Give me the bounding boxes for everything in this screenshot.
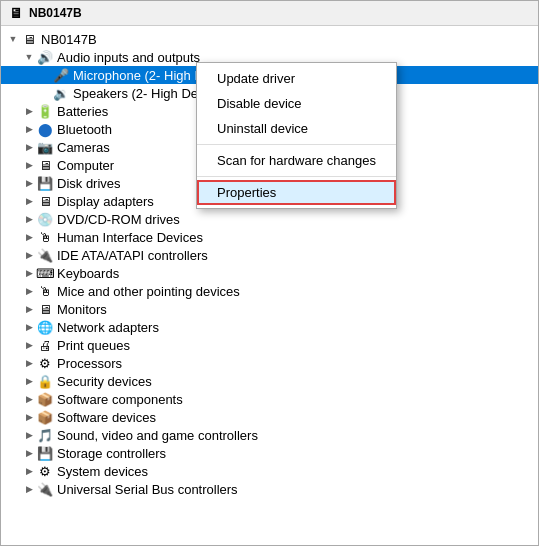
tree-item-mice[interactable]: 🖱 Mice and other pointing devices — [1, 282, 538, 300]
disk-icon: 💾 — [37, 175, 53, 191]
tree-item-hid[interactable]: 🖱 Human Interface Devices — [1, 228, 538, 246]
display-expander[interactable] — [21, 193, 37, 209]
display-icon: 🖥 — [37, 193, 53, 209]
computer-label: Computer — [57, 158, 114, 173]
sound-expander[interactable] — [21, 427, 37, 443]
tree-item-keyboards[interactable]: ⌨ Keyboards — [1, 264, 538, 282]
tree-item-print[interactable]: 🖨 Print queues — [1, 336, 538, 354]
tree-item-processors[interactable]: ⚙ Processors — [1, 354, 538, 372]
batteries-label: Batteries — [57, 104, 108, 119]
cameras-icon: 📷 — [37, 139, 53, 155]
disk-expander[interactable] — [21, 175, 37, 191]
title-bar-icon: 🖥 — [9, 5, 23, 21]
display-label: Display adapters — [57, 194, 154, 209]
computer-icon: 🖥 — [37, 157, 53, 173]
bluetooth-icon: ⬤ — [37, 121, 53, 137]
storage-icon: 💾 — [37, 445, 53, 461]
software-comp-icon: 📦 — [37, 391, 53, 407]
tree-item-security[interactable]: 🔒 Security devices — [1, 372, 538, 390]
storage-label: Storage controllers — [57, 446, 166, 461]
batteries-icon: 🔋 — [37, 103, 53, 119]
device-tree[interactable]: 🖥 NB0147B 🔊 Audio inputs and outputs 🎤 M… — [1, 26, 538, 545]
hid-icon: 🖱 — [37, 229, 53, 245]
mice-icon: 🖱 — [37, 283, 53, 299]
software-dev-expander[interactable] — [21, 409, 37, 425]
usb-expander[interactable] — [21, 481, 37, 497]
context-menu-scan[interactable]: Scan for hardware changes — [197, 148, 396, 173]
tree-item-storage[interactable]: 💾 Storage controllers — [1, 444, 538, 462]
system-label: System devices — [57, 464, 148, 479]
context-menu-uninstall-device[interactable]: Uninstall device — [197, 116, 396, 141]
dvd-label: DVD/CD-ROM drives — [57, 212, 180, 227]
ide-label: IDE ATA/ATAPI controllers — [57, 248, 208, 263]
processors-label: Processors — [57, 356, 122, 371]
hid-label: Human Interface Devices — [57, 230, 203, 245]
sound-icon: 🎵 — [37, 427, 53, 443]
tree-item-software-comp[interactable]: 📦 Software components — [1, 390, 538, 408]
root-expander[interactable] — [5, 31, 21, 47]
bluetooth-expander[interactable] — [21, 121, 37, 137]
security-label: Security devices — [57, 374, 152, 389]
sound-label: Sound, video and game controllers — [57, 428, 258, 443]
audio-icon: 🔊 — [37, 49, 53, 65]
usb-label: Universal Serial Bus controllers — [57, 482, 238, 497]
disk-label: Disk drives — [57, 176, 121, 191]
context-menu-sep1 — [197, 144, 396, 145]
software-dev-label: Software devices — [57, 410, 156, 425]
monitors-label: Monitors — [57, 302, 107, 317]
tree-item-network[interactable]: 🌐 Network adapters — [1, 318, 538, 336]
security-expander[interactable] — [21, 373, 37, 389]
print-label: Print queues — [57, 338, 130, 353]
tree-item-monitors[interactable]: 🖥 Monitors — [1, 300, 538, 318]
context-menu-update-driver[interactable]: Update driver — [197, 66, 396, 91]
cameras-label: Cameras — [57, 140, 110, 155]
dvd-expander[interactable] — [21, 211, 37, 227]
usb-icon: 🔌 — [37, 481, 53, 497]
network-label: Network adapters — [57, 320, 159, 335]
monitors-icon: 🖥 — [37, 301, 53, 317]
audio-label: Audio inputs and outputs — [57, 50, 200, 65]
dvd-icon: 💿 — [37, 211, 53, 227]
tree-item-sound[interactable]: 🎵 Sound, video and game controllers — [1, 426, 538, 444]
system-icon: ⚙ — [37, 463, 53, 479]
software-dev-icon: 📦 — [37, 409, 53, 425]
tree-item-software-dev[interactable]: 📦 Software devices — [1, 408, 538, 426]
processors-icon: ⚙ — [37, 355, 53, 371]
audio-expander[interactable] — [21, 49, 37, 65]
software-comp-label: Software components — [57, 392, 183, 407]
computer-expander[interactable] — [21, 157, 37, 173]
monitors-expander[interactable] — [21, 301, 37, 317]
mice-expander[interactable] — [21, 283, 37, 299]
system-expander[interactable] — [21, 463, 37, 479]
cameras-expander[interactable] — [21, 139, 37, 155]
tree-item-dvd[interactable]: 💿 DVD/CD-ROM drives — [1, 210, 538, 228]
context-menu-properties[interactable]: Properties — [197, 180, 396, 205]
processors-expander[interactable] — [21, 355, 37, 371]
tree-root[interactable]: 🖥 NB0147B — [1, 30, 538, 48]
tree-item-ide[interactable]: 🔌 IDE ATA/ATAPI controllers — [1, 246, 538, 264]
tree-item-system[interactable]: ⚙ System devices — [1, 462, 538, 480]
ide-expander[interactable] — [21, 247, 37, 263]
security-icon: 🔒 — [37, 373, 53, 389]
network-expander[interactable] — [21, 319, 37, 335]
context-menu-disable-device[interactable]: Disable device — [197, 91, 396, 116]
print-icon: 🖨 — [37, 337, 53, 353]
title-bar: 🖥 NB0147B — [1, 1, 538, 26]
bluetooth-label: Bluetooth — [57, 122, 112, 137]
print-expander[interactable] — [21, 337, 37, 353]
ide-icon: 🔌 — [37, 247, 53, 263]
hid-expander[interactable] — [21, 229, 37, 245]
software-comp-expander[interactable] — [21, 391, 37, 407]
context-menu-sep2 — [197, 176, 396, 177]
tree-item-usb[interactable]: 🔌 Universal Serial Bus controllers — [1, 480, 538, 498]
keyboards-label: Keyboards — [57, 266, 119, 281]
network-icon: 🌐 — [37, 319, 53, 335]
batteries-expander[interactable] — [21, 103, 37, 119]
window-title: NB0147B — [29, 6, 82, 20]
device-manager-window: 🖥 NB0147B 🖥 NB0147B 🔊 Audio inputs and o… — [0, 0, 539, 546]
keyboards-icon: ⌨ — [37, 265, 53, 281]
context-menu: Update driver Disable device Uninstall d… — [196, 62, 397, 209]
microphone-icon: 🎤 — [53, 67, 69, 83]
storage-expander[interactable] — [21, 445, 37, 461]
root-icon: 🖥 — [21, 31, 37, 47]
